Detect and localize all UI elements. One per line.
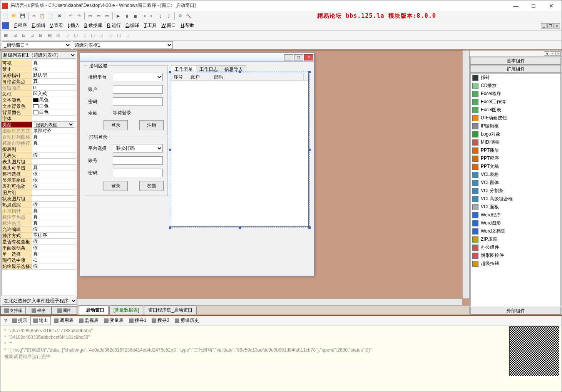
login2-button[interactable]: 登录 xyxy=(104,181,128,191)
property-row[interactable]: 边框凹入式 xyxy=(2,91,76,97)
property-row[interactable]: 标题自动换行真 xyxy=(2,140,76,146)
property-row[interactable]: 显示表格线假 xyxy=(2,177,76,183)
form-close-button[interactable]: × xyxy=(304,54,313,60)
window3-icon[interactable]: ▭ xyxy=(103,12,111,20)
mdi-restore-button[interactable]: ❐ xyxy=(547,23,554,28)
component-item[interactable]: 超级按钮 xyxy=(471,260,560,268)
align1-icon[interactable]: ⊞ xyxy=(11,32,19,39)
layout2-icon[interactable]: ▥ xyxy=(54,32,62,39)
property-row[interactable]: 背景颜色白色 xyxy=(2,109,76,116)
palette-btn1[interactable]: ◂ xyxy=(544,51,549,56)
property-row[interactable]: 状态图片组 xyxy=(2,196,76,202)
step2-icon[interactable]: ⇤ xyxy=(148,12,156,20)
mdi-close-button[interactable]: × xyxy=(554,23,560,28)
step4-icon[interactable]: ⤴ xyxy=(165,12,173,20)
component-item[interactable]: Excel图表 xyxy=(471,106,560,114)
form-maximize-button[interactable]: □ xyxy=(294,54,303,60)
property-row[interactable]: 自动排列图标真 xyxy=(2,134,76,140)
property-row[interactable]: 文本颜色黑色 xyxy=(2,97,76,103)
menu-item[interactable]: B.数据库 xyxy=(82,22,105,29)
component-item[interactable]: PPT文稿 xyxy=(471,162,560,171)
listview-column[interactable]: 密码 xyxy=(211,73,304,80)
output-tab[interactable]: 监视表 xyxy=(77,317,101,325)
palette-btn2[interactable]: ▫ xyxy=(550,51,555,56)
component-item[interactable]: 饼形图控件 xyxy=(471,251,560,260)
component-item[interactable]: PPT播放 xyxy=(471,146,560,154)
super-listview[interactable]: 序号账户密码 xyxy=(171,73,309,227)
new-icon[interactable]: 📄 xyxy=(2,12,10,20)
component-item[interactable]: Word文档集 xyxy=(471,227,560,235)
compile-icon[interactable]: ⚙ xyxy=(176,12,184,20)
mdi-minimize-button[interactable]: _ xyxy=(541,23,547,28)
menu-item[interactable]: F.程序 xyxy=(12,22,29,29)
maximize-button[interactable]: □ xyxy=(525,1,542,11)
minimize-button[interactable]: — xyxy=(507,1,525,11)
left-tab[interactable]: 支持库 xyxy=(0,307,26,315)
output-text[interactable]: * "a6a79285856ea01f61d77188a8e0b5bb"* "3… xyxy=(0,325,562,392)
pause-icon[interactable]: ⏸ xyxy=(123,12,130,20)
extra1-icon[interactable]: ▢ xyxy=(64,32,71,39)
property-row[interactable]: 标注热点真 xyxy=(2,220,76,226)
left-tab[interactable]: 程序 xyxy=(26,307,51,315)
output-tab[interactable]: 剪辑历史 xyxy=(172,317,201,325)
account-input[interactable] xyxy=(113,85,163,94)
help-icon[interactable]: ? xyxy=(2,317,9,324)
form-window[interactable]: _ □ × 接码区域 接码平台 账户 xyxy=(80,53,314,276)
component-item[interactable]: 办公组件 xyxy=(471,243,560,251)
component-item[interactable]: Word程序 xyxy=(471,211,560,219)
component-item[interactable]: VCL面板 xyxy=(471,203,560,211)
property-row[interactable]: 图片组 xyxy=(2,189,76,196)
property-row[interactable]: 可停留焦点真 xyxy=(2,79,76,85)
form-minimize-button[interactable]: _ xyxy=(284,54,293,60)
property-row[interactable]: 平面滚动条假 xyxy=(2,245,76,251)
property-row[interactable]: 无表头假 xyxy=(2,152,76,159)
login-button[interactable]: 登录 xyxy=(104,120,128,130)
stop-icon[interactable]: ⏹ xyxy=(131,12,139,20)
property-row[interactable]: 鼠标指针默认型 xyxy=(2,72,76,79)
output-tab[interactable]: 搜寻1 xyxy=(127,317,149,325)
component-item[interactable]: Logo对象 xyxy=(471,130,560,138)
platform2-select[interactable]: 联众打码 xyxy=(113,144,163,152)
property-row[interactable]: 现行选中项-1 xyxy=(2,257,76,263)
cut-icon[interactable]: ✂ xyxy=(30,12,38,20)
listview-column[interactable]: 序号 xyxy=(171,73,188,80)
tab-extended-components[interactable]: 扩展组件 xyxy=(470,65,561,73)
property-row[interactable]: 可视真 xyxy=(2,60,76,66)
layout1-icon[interactable]: ▤ xyxy=(46,32,54,39)
component-list[interactable]: 指针CD播放Excel程序Excel工作簿Excel图表GIF动画按钮IP编辑框… xyxy=(470,73,561,306)
control-selector[interactable]: 超级列表框1 xyxy=(73,41,173,49)
save-icon[interactable]: 💾 xyxy=(19,12,27,20)
component-item[interactable]: Excel程序 xyxy=(471,90,560,98)
property-row[interactable]: 是否有检查框假 xyxy=(2,239,76,245)
component-item[interactable]: GIF动画按钮 xyxy=(471,114,560,122)
property-row[interactable]: 热点跟踪假 xyxy=(2,202,76,208)
component-item[interactable]: ZIP压缩 xyxy=(471,235,560,243)
component-combo[interactable]: 超级列表框1（超级列表框） xyxy=(1,51,76,59)
form-tab[interactable]: 工作日志 xyxy=(196,65,221,73)
password-input[interactable] xyxy=(113,97,163,106)
menu-item[interactable]: R.运行 xyxy=(105,22,123,29)
copy-icon[interactable]: 📋 xyxy=(38,12,46,20)
component-item[interactable]: VCL窗体 xyxy=(471,179,560,187)
property-row[interactable]: 停留顺序0 xyxy=(2,85,76,91)
property-row[interactable]: 表列可拖动假 xyxy=(2,183,76,189)
design-scrollbar-h[interactable] xyxy=(77,298,462,305)
run-icon[interactable]: ▶ xyxy=(114,12,122,20)
property-row[interactable]: 整行选择假 xyxy=(2,171,76,177)
property-row[interactable]: 标注李热点真 xyxy=(2,214,76,220)
component-item[interactable]: MIDI演奏 xyxy=(471,138,560,146)
build-icon[interactable]: 🔨 xyxy=(185,12,192,20)
form-tab[interactable]: 工作表单 xyxy=(171,65,196,73)
step3-icon[interactable]: ⤵ xyxy=(157,12,164,20)
tab-external-components[interactable]: 外部组件 xyxy=(470,307,561,315)
property-row[interactable]: 类型报表列表框 xyxy=(2,122,76,128)
menu-item[interactable]: V.查看 xyxy=(48,22,65,29)
component-item[interactable]: VCL高级组合框 xyxy=(471,195,560,203)
component-item[interactable]: VCL分割条 xyxy=(471,187,560,195)
align4-icon[interactable]: ⊠ xyxy=(37,32,44,39)
property-row[interactable]: 报表列 xyxy=(2,146,76,152)
extra7-icon[interactable]: ▢ xyxy=(115,32,123,39)
extra4-icon[interactable]: ▢ xyxy=(89,32,97,39)
property-row[interactable]: 表头可单击真 xyxy=(2,165,76,171)
output-tab[interactable]: 输出 xyxy=(30,316,51,325)
